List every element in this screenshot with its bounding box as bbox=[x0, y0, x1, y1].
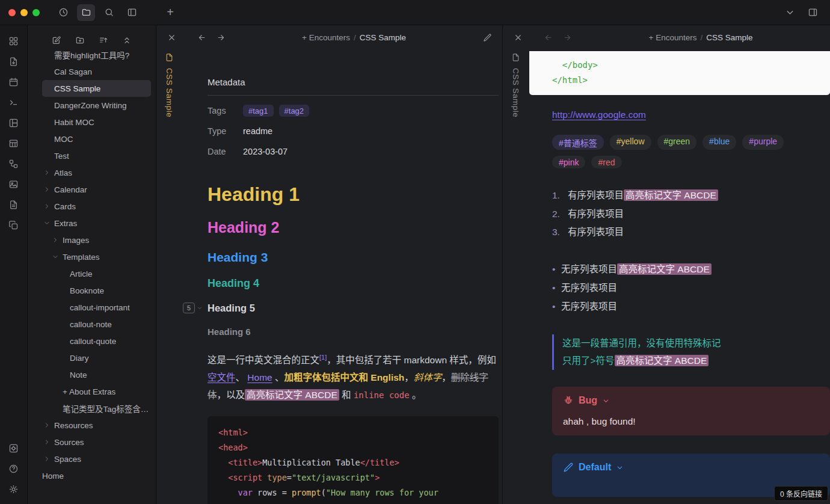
metadata-row-type: Type readme bbox=[208, 121, 499, 141]
tree-item[interactable]: Cards bbox=[42, 198, 151, 215]
help-button[interactable] bbox=[5, 459, 23, 478]
tab-list-button[interactable] bbox=[781, 4, 799, 21]
edit-mode-button[interactable] bbox=[479, 29, 495, 45]
tree-item[interactable]: callout-note bbox=[58, 316, 151, 333]
list-item-text: 有序列表项目 bbox=[568, 205, 624, 224]
tree-item[interactable]: Sources bbox=[42, 434, 151, 450]
calendar-button[interactable] bbox=[5, 73, 23, 91]
tree-item[interactable]: 需要highlight工具吗? bbox=[42, 46, 151, 63]
list-bullet: • bbox=[552, 260, 561, 278]
breadcrumb-folder[interactable]: + Encounters bbox=[649, 33, 697, 42]
forward-button[interactable] bbox=[213, 29, 229, 45]
kanban-button[interactable] bbox=[5, 114, 23, 132]
tree-item[interactable]: + About Extras bbox=[51, 383, 151, 400]
code-line: </html> bbox=[552, 73, 830, 88]
stacked-tab-title[interactable]: CSS Sample bbox=[511, 68, 520, 117]
files-button[interactable] bbox=[77, 4, 95, 21]
terminal-button[interactable] bbox=[5, 93, 23, 111]
tree-item[interactable]: Templates bbox=[51, 248, 151, 265]
arrow-left-icon bbox=[197, 33, 206, 42]
tree-item[interactable]: CSS Sample bbox=[42, 80, 151, 97]
file-import-icon bbox=[8, 57, 19, 67]
tag-pill[interactable]: #tag1 bbox=[243, 105, 274, 117]
search-icon bbox=[104, 7, 114, 17]
tree-item[interactable]: Calendar bbox=[42, 181, 151, 198]
right-sidebar-toggle-button[interactable] bbox=[804, 4, 822, 21]
code-line: <head> bbox=[218, 440, 488, 455]
stacked-tab-left[interactable]: CSS Sample bbox=[156, 49, 182, 504]
heading-5-text: Heading 5 bbox=[208, 303, 255, 313]
tree-item[interactable]: Test bbox=[42, 147, 151, 164]
minimize-window-button[interactable] bbox=[20, 9, 28, 16]
tree-item-label: Calendar bbox=[54, 185, 87, 194]
dashboard-button[interactable] bbox=[5, 32, 23, 50]
layout-icon bbox=[127, 7, 137, 17]
callout-default-header[interactable]: Default bbox=[563, 462, 819, 473]
tag-pill[interactable]: #pink bbox=[552, 156, 585, 168]
backlinks-badge[interactable]: 0 条反向链接 bbox=[774, 486, 828, 501]
image-button[interactable] bbox=[5, 175, 23, 193]
search-button[interactable] bbox=[100, 4, 118, 21]
breadcrumb-folder[interactable]: + Encounters bbox=[302, 33, 350, 42]
breadcrumb-file[interactable]: CSS Sample bbox=[706, 33, 752, 42]
back-button[interactable] bbox=[194, 29, 209, 45]
table-button[interactable] bbox=[5, 134, 23, 152]
tag-pill[interactable]: #普通标签 bbox=[552, 135, 604, 150]
tree-item[interactable]: Diary bbox=[58, 349, 151, 366]
new-tab-button[interactable]: + bbox=[161, 4, 179, 21]
history-button[interactable] bbox=[54, 4, 72, 21]
tag-pill[interactable]: #red bbox=[591, 156, 621, 168]
tree-item[interactable]: Atlas bbox=[42, 164, 151, 181]
breadcrumb: + Encounters/CSS Sample bbox=[232, 33, 476, 42]
tree-item[interactable]: DangerZone Writing bbox=[42, 97, 151, 114]
tree-item[interactable]: Spaces bbox=[42, 450, 151, 467]
templates-button[interactable] bbox=[5, 195, 23, 214]
tag-pill[interactable]: #yellow bbox=[610, 135, 651, 150]
tree-item[interactable]: Habit MOC bbox=[42, 114, 151, 131]
tag-pill[interactable]: #blue bbox=[702, 135, 736, 150]
tree-item[interactable]: Booknote bbox=[58, 282, 151, 299]
fold-line-badge[interactable]: 5 bbox=[183, 303, 195, 313]
code-line: </body> bbox=[552, 58, 830, 73]
titlebar: + bbox=[0, 0, 830, 25]
vault-switcher-button[interactable] bbox=[5, 439, 23, 457]
tree-item-label: DangerZone Writing bbox=[54, 101, 127, 110]
forward-button[interactable] bbox=[559, 29, 575, 45]
external-link[interactable]: http://www.google.com bbox=[552, 109, 646, 120]
import-file-button[interactable] bbox=[5, 52, 23, 70]
callout-bug-header[interactable]: Bug bbox=[563, 395, 819, 406]
breadcrumb-file[interactable]: CSS Sample bbox=[360, 33, 406, 42]
close-window-button[interactable] bbox=[8, 9, 16, 16]
tree-item[interactable]: Extras bbox=[42, 215, 151, 232]
canvas-button[interactable] bbox=[5, 155, 23, 173]
tree-item[interactable]: callout-quote bbox=[58, 333, 151, 349]
fold-indicator[interactable]: 5 bbox=[183, 303, 203, 313]
back-button[interactable] bbox=[540, 29, 556, 45]
stacked-tab-right[interactable]: CSS Sample bbox=[503, 49, 528, 504]
workspace-layout-button[interactable] bbox=[123, 4, 141, 21]
tree-item[interactable]: callout-important bbox=[58, 299, 151, 316]
tag-pill[interactable]: #tag2 bbox=[279, 105, 310, 117]
settings-button[interactable] bbox=[5, 480, 23, 498]
tag-pill[interactable]: #purple bbox=[742, 135, 784, 150]
tree-item[interactable]: Resources bbox=[42, 417, 151, 434]
tree-item[interactable]: Cal Sagan bbox=[42, 63, 151, 80]
code-block-light: </body></html> bbox=[529, 51, 830, 95]
tree-item[interactable]: Note bbox=[58, 366, 151, 383]
stacked-tab-title[interactable]: CSS Sample bbox=[165, 68, 174, 117]
chevron-right-icon bbox=[42, 438, 52, 446]
close-tab-button[interactable] bbox=[164, 29, 179, 45]
heading-6: Heading 6 bbox=[208, 327, 499, 337]
zoom-window-button[interactable] bbox=[32, 9, 40, 16]
tree-item[interactable]: 笔记类型及Tag标签含… bbox=[51, 400, 151, 417]
tree-item[interactable]: Article bbox=[58, 265, 151, 282]
duplicate-button[interactable] bbox=[5, 216, 23, 234]
tree-item[interactable]: Images bbox=[51, 232, 151, 248]
workspace: 需要highlight工具吗? Cal Sagan CSS Sample Dan… bbox=[0, 25, 830, 504]
tree-item[interactable]: Home bbox=[28, 467, 151, 484]
tree-item[interactable]: MOC bbox=[42, 131, 151, 147]
tag-pill[interactable]: #green bbox=[657, 135, 697, 150]
chevron-down-icon bbox=[785, 7, 795, 17]
close-tab-button[interactable] bbox=[510, 29, 526, 45]
ordered-list-item: 2. 有序列表项目 bbox=[552, 205, 818, 224]
